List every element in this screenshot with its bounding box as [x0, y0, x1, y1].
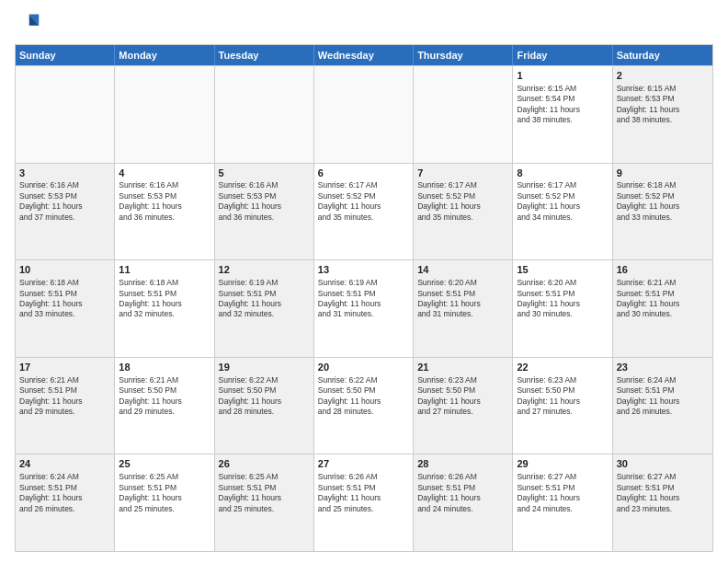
logo-icon — [15, 11, 40, 37]
cell-info: Sunrise: 6:18 AM Sunset: 5:51 PM Dayligh… — [119, 278, 210, 320]
cell-info: Sunrise: 6:23 AM Sunset: 5:50 PM Dayligh… — [417, 375, 508, 418]
calendar-cell-29: 29Sunrise: 6:27 AM Sunset: 5:51 PM Dayli… — [513, 454, 612, 551]
calendar-cell-22: 22Sunrise: 6:23 AM Sunset: 5:50 PM Dayli… — [513, 358, 612, 454]
day-number: 29 — [517, 457, 608, 471]
calendar-cell-empty-0-3 — [314, 66, 414, 163]
day-number: 4 — [119, 167, 210, 180]
day-number: 7 — [417, 167, 508, 180]
day-number: 19 — [219, 361, 310, 374]
cell-info: Sunrise: 6:16 AM Sunset: 5:53 PM Dayligh… — [219, 180, 310, 223]
cell-info: Sunrise: 6:21 AM Sunset: 5:51 PM Dayligh… — [19, 375, 110, 418]
calendar-cell-14: 14Sunrise: 6:20 AM Sunset: 5:51 PM Dayli… — [414, 260, 513, 357]
calendar-row-3: 17Sunrise: 6:21 AM Sunset: 5:51 PM Dayli… — [16, 357, 712, 454]
calendar-cell-30: 30Sunrise: 6:27 AM Sunset: 5:51 PM Dayli… — [613, 454, 712, 551]
day-number: 3 — [19, 167, 110, 180]
day-number: 24 — [19, 457, 110, 471]
calendar-body: 1Sunrise: 6:15 AM Sunset: 5:54 PM Daylig… — [16, 65, 712, 551]
cell-info: Sunrise: 6:18 AM Sunset: 5:52 PM Dayligh… — [617, 180, 709, 223]
calendar-cell-empty-0-2 — [215, 66, 314, 163]
calendar-cell-20: 20Sunrise: 6:22 AM Sunset: 5:50 PM Dayli… — [314, 358, 414, 454]
logo — [15, 11, 44, 37]
day-number: 20 — [318, 361, 409, 374]
cell-info: Sunrise: 6:17 AM Sunset: 5:52 PM Dayligh… — [517, 180, 608, 223]
calendar-cell-11: 11Sunrise: 6:18 AM Sunset: 5:51 PM Dayli… — [115, 260, 214, 357]
day-number: 9 — [617, 167, 709, 180]
cell-info: Sunrise: 6:15 AM Sunset: 5:53 PM Dayligh… — [617, 84, 709, 126]
day-number: 2 — [617, 69, 709, 83]
day-number: 12 — [219, 263, 310, 277]
calendar-cell-27: 27Sunrise: 6:26 AM Sunset: 5:51 PM Dayli… — [314, 454, 414, 551]
calendar-cell-empty-0-0 — [16, 66, 115, 163]
cell-info: Sunrise: 6:27 AM Sunset: 5:51 PM Dayligh… — [617, 472, 709, 514]
calendar-cell-17: 17Sunrise: 6:21 AM Sunset: 5:51 PM Dayli… — [16, 358, 115, 454]
day-number: 15 — [517, 263, 608, 277]
cell-info: Sunrise: 6:23 AM Sunset: 5:50 PM Dayligh… — [517, 375, 608, 418]
calendar-row-4: 24Sunrise: 6:24 AM Sunset: 5:51 PM Dayli… — [16, 454, 712, 551]
calendar-header: SundayMondayTuesdayWednesdayThursdayFrid… — [16, 45, 712, 65]
day-number: 27 — [318, 457, 409, 471]
day-number: 1 — [517, 69, 608, 83]
calendar-cell-empty-0-4 — [414, 66, 513, 163]
header-day-saturday: Saturday — [613, 45, 712, 65]
day-number: 22 — [517, 361, 608, 374]
day-number: 10 — [19, 263, 110, 277]
calendar-cell-7: 7Sunrise: 6:17 AM Sunset: 5:52 PM Daylig… — [414, 164, 513, 260]
cell-info: Sunrise: 6:25 AM Sunset: 5:51 PM Dayligh… — [119, 472, 210, 514]
header — [15, 11, 713, 37]
cell-info: Sunrise: 6:20 AM Sunset: 5:51 PM Dayligh… — [517, 278, 608, 320]
page: SundayMondayTuesdayWednesdayThursdayFrid… — [0, 0, 728, 563]
calendar-row-2: 10Sunrise: 6:18 AM Sunset: 5:51 PM Dayli… — [16, 259, 712, 357]
calendar-cell-25: 25Sunrise: 6:25 AM Sunset: 5:51 PM Dayli… — [115, 454, 214, 551]
header-day-friday: Friday — [513, 45, 612, 65]
header-day-sunday: Sunday — [16, 45, 115, 65]
day-number: 28 — [417, 457, 508, 471]
cell-info: Sunrise: 6:26 AM Sunset: 5:51 PM Dayligh… — [318, 472, 409, 514]
header-day-monday: Monday — [115, 45, 214, 65]
day-number: 17 — [19, 361, 110, 374]
calendar-cell-5: 5Sunrise: 6:16 AM Sunset: 5:53 PM Daylig… — [215, 164, 314, 260]
cell-info: Sunrise: 6:16 AM Sunset: 5:53 PM Dayligh… — [19, 180, 110, 223]
cell-info: Sunrise: 6:19 AM Sunset: 5:51 PM Dayligh… — [318, 278, 409, 320]
day-number: 11 — [119, 263, 210, 277]
day-number: 16 — [617, 263, 709, 277]
calendar-cell-12: 12Sunrise: 6:19 AM Sunset: 5:51 PM Dayli… — [215, 260, 314, 357]
calendar-cell-1: 1Sunrise: 6:15 AM Sunset: 5:54 PM Daylig… — [513, 66, 612, 163]
calendar-cell-24: 24Sunrise: 6:24 AM Sunset: 5:51 PM Dayli… — [16, 454, 115, 551]
calendar-cell-16: 16Sunrise: 6:21 AM Sunset: 5:51 PM Dayli… — [613, 260, 712, 357]
cell-info: Sunrise: 6:17 AM Sunset: 5:52 PM Dayligh… — [417, 180, 508, 223]
day-number: 25 — [119, 457, 210, 471]
day-number: 18 — [119, 361, 210, 374]
day-number: 13 — [318, 263, 409, 277]
calendar-cell-empty-0-1 — [115, 66, 214, 163]
cell-info: Sunrise: 6:24 AM Sunset: 5:51 PM Dayligh… — [617, 375, 709, 418]
day-number: 5 — [219, 167, 310, 180]
calendar-cell-9: 9Sunrise: 6:18 AM Sunset: 5:52 PM Daylig… — [613, 164, 712, 260]
day-number: 30 — [617, 457, 709, 471]
cell-info: Sunrise: 6:15 AM Sunset: 5:54 PM Dayligh… — [517, 84, 608, 126]
cell-info: Sunrise: 6:18 AM Sunset: 5:51 PM Dayligh… — [19, 278, 110, 320]
header-day-tuesday: Tuesday — [215, 45, 314, 65]
header-day-thursday: Thursday — [414, 45, 513, 65]
cell-info: Sunrise: 6:22 AM Sunset: 5:50 PM Dayligh… — [318, 375, 409, 418]
calendar-cell-15: 15Sunrise: 6:20 AM Sunset: 5:51 PM Dayli… — [513, 260, 612, 357]
calendar-cell-2: 2Sunrise: 6:15 AM Sunset: 5:53 PM Daylig… — [613, 66, 712, 163]
day-number: 26 — [219, 457, 310, 471]
cell-info: Sunrise: 6:20 AM Sunset: 5:51 PM Dayligh… — [417, 278, 508, 320]
calendar-cell-3: 3Sunrise: 6:16 AM Sunset: 5:53 PM Daylig… — [16, 164, 115, 260]
calendar-cell-6: 6Sunrise: 6:17 AM Sunset: 5:52 PM Daylig… — [314, 164, 414, 260]
header-day-wednesday: Wednesday — [314, 45, 414, 65]
cell-info: Sunrise: 6:26 AM Sunset: 5:51 PM Dayligh… — [417, 472, 508, 514]
calendar-cell-13: 13Sunrise: 6:19 AM Sunset: 5:51 PM Dayli… — [314, 260, 414, 357]
calendar-cell-19: 19Sunrise: 6:22 AM Sunset: 5:50 PM Dayli… — [215, 358, 314, 454]
calendar-cell-10: 10Sunrise: 6:18 AM Sunset: 5:51 PM Dayli… — [16, 260, 115, 357]
cell-info: Sunrise: 6:16 AM Sunset: 5:53 PM Dayligh… — [119, 180, 210, 223]
calendar-cell-26: 26Sunrise: 6:25 AM Sunset: 5:51 PM Dayli… — [215, 454, 314, 551]
cell-info: Sunrise: 6:24 AM Sunset: 5:51 PM Dayligh… — [19, 472, 110, 514]
day-number: 6 — [318, 167, 409, 180]
calendar-row-1: 3Sunrise: 6:16 AM Sunset: 5:53 PM Daylig… — [16, 163, 712, 260]
cell-info: Sunrise: 6:21 AM Sunset: 5:51 PM Dayligh… — [617, 278, 709, 320]
cell-info: Sunrise: 6:19 AM Sunset: 5:51 PM Dayligh… — [219, 278, 310, 320]
cell-info: Sunrise: 6:17 AM Sunset: 5:52 PM Dayligh… — [318, 180, 409, 223]
cell-info: Sunrise: 6:27 AM Sunset: 5:51 PM Dayligh… — [517, 472, 608, 514]
calendar-cell-18: 18Sunrise: 6:21 AM Sunset: 5:50 PM Dayli… — [115, 358, 214, 454]
